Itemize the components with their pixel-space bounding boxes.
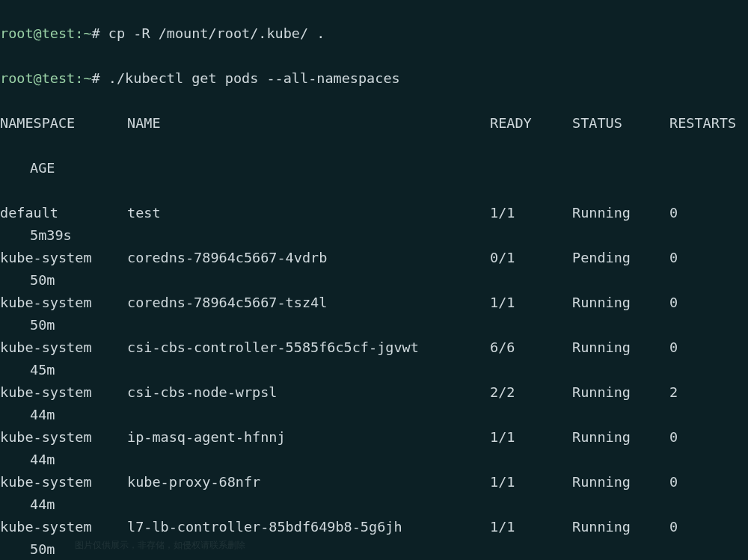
cell-namespace: kube-system [0,247,127,269]
cell-ready: 1/1 [490,426,572,449]
cell-ready: 1/1 [490,471,572,493]
table-row: kube-systemip-masq-agent-hfnnj1/1Running… [0,426,748,449]
table-row: kube-systemcsi-cbs-node-wrpsl2/2Running2 [0,381,748,404]
prompt-host: test [42,25,76,41]
cell-namespace: kube-system [0,336,127,359]
header-namespace: NAMESPACE [0,112,127,135]
cell-restarts: 0 [669,292,678,314]
cell-status: Running [572,336,669,359]
prompt-path: ~ [83,25,91,41]
cell-restarts: 0 [669,426,678,449]
cell-name: kube-proxy-68nfr [127,471,490,493]
cell-age: 44m [30,452,55,467]
table-row-age: 44m [0,404,748,426]
table-row: kube-systemcoredns-78964c5667-tsz4l1/1Ru… [0,292,748,314]
cell-age: 45m [30,362,55,378]
command-line-1: root@test:~# cp -R /mount/root/.kube/ . [0,22,748,45]
table-row: kube-systemcsi-cbs-controller-5585f6c5cf… [0,336,748,359]
cell-name: csi-cbs-node-wrpsl [127,381,490,404]
cell-age: 50m [30,317,55,333]
cell-status: Running [572,516,669,538]
header-restarts: RESTARTS [669,112,736,135]
prompt-user: root [0,25,34,41]
table-row-age: 45m [0,359,748,381]
table-row-age: 50m [0,314,748,336]
table-row-age: 44m [0,493,748,516]
table-row: kube-systemcoredns-78964c5667-4vdrb0/1Pe… [0,247,748,269]
table-row-age: 50m [0,269,748,292]
header-name: NAME [127,112,490,135]
cell-age: 50m [30,541,55,557]
cell-ready: 1/1 [490,202,572,224]
cell-status: Running [572,202,669,224]
cell-name: test [127,202,490,224]
table-header-age-row: AGE [0,157,748,179]
cell-age: 50m [30,272,55,288]
command-line-2: root@test:~# ./kubectl get pods --all-na… [0,67,748,90]
cell-ready: 1/1 [490,292,572,314]
cell-status: Running [572,381,669,404]
cell-name: coredns-78964c5667-4vdrb [127,247,490,269]
cell-ready: 2/2 [490,381,572,404]
cell-age: 44m [30,407,55,422]
table-row-age: 44m [0,449,748,471]
header-status: STATUS [572,112,669,135]
watermark-text: 图片仅供展示，非存储，如侵权请联系删除 [75,534,245,556]
cell-ready: 1/1 [490,516,572,538]
prompt-symbol: # [92,25,100,41]
cell-restarts: 0 [669,516,678,538]
cell-status: Pending [572,247,669,269]
cell-age: 5m39s [30,227,72,243]
cell-name: ip-masq-agent-hfnnj [127,426,490,449]
cell-namespace: kube-system [0,471,127,493]
cell-namespace: default [0,202,127,224]
cell-ready: 0/1 [490,247,572,269]
table-row: kube-systemkube-proxy-68nfr1/1Running0 [0,471,748,493]
table-row: defaulttest1/1Running0 [0,202,748,224]
cell-restarts: 0 [669,471,678,493]
cell-status: Running [572,426,669,449]
table-row-age: 5m39s [0,224,748,247]
cell-namespace: kube-system [0,381,127,404]
cell-namespace: kube-system [0,426,127,449]
command-text-1: cp -R /mount/root/.kube/ . [108,25,325,41]
command-text-2: ./kubectl get pods --all-namespaces [108,70,400,86]
cell-restarts: 0 [669,336,678,359]
cell-restarts: 0 [669,202,678,224]
cell-age: 44m [30,496,55,512]
header-age: AGE [30,160,55,176]
cell-name: coredns-78964c5667-tsz4l [127,292,490,314]
cell-restarts: 2 [669,381,678,404]
cell-namespace: kube-system [0,292,127,314]
cell-ready: 6/6 [490,336,572,359]
header-ready: READY [490,112,572,135]
terminal-output[interactable]: root@test:~# cp -R /mount/root/.kube/ . … [0,0,748,560]
cell-status: Running [572,471,669,493]
table-header-row: NAMESPACENAMEREADYSTATUSRESTARTS [0,112,748,135]
cell-name: csi-cbs-controller-5585f6c5cf-jgvwt [127,336,490,359]
cell-restarts: 0 [669,247,678,269]
cell-status: Running [572,292,669,314]
